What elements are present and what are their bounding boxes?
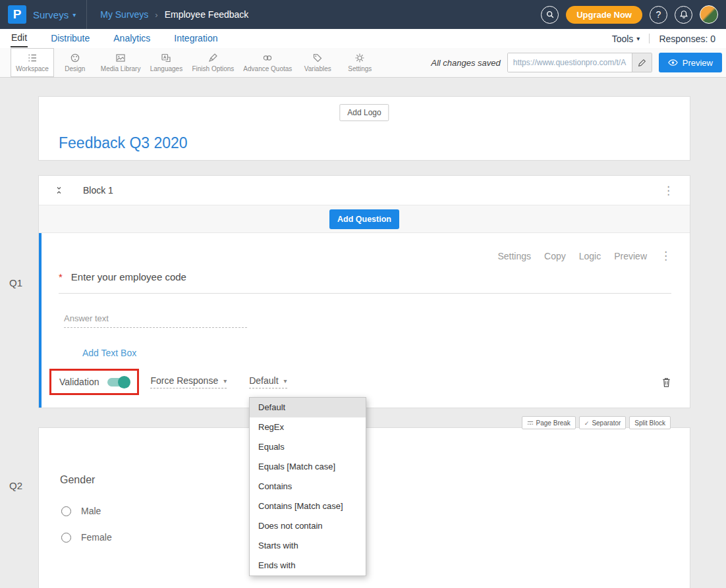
delete-question-button[interactable] bbox=[661, 377, 671, 388]
survey-header-card: Add Logo Feedback Q3 2020 bbox=[38, 96, 690, 161]
toolbar-item-advance-quotas[interactable]: Advance Quotas bbox=[238, 48, 296, 77]
validation-toggle[interactable] bbox=[107, 378, 129, 387]
question-menu-icon[interactable] bbox=[660, 250, 671, 261]
toolbar-item-media-library[interactable]: Media Library bbox=[96, 48, 146, 77]
page-break-label: Page Break bbox=[536, 419, 571, 427]
menu-item-equals[interactable]: Equals bbox=[250, 437, 366, 457]
block-title[interactable]: Block 1 bbox=[83, 185, 113, 196]
validation-type-dropdown[interactable]: Default bbox=[249, 375, 287, 388]
validation-label: Validation bbox=[59, 377, 99, 387]
topbar-divider bbox=[86, 0, 87, 29]
radio-button[interactable] bbox=[61, 506, 71, 516]
radio-button[interactable] bbox=[61, 533, 71, 543]
survey-title[interactable]: Feedback Q3 2020 bbox=[59, 134, 188, 152]
breadcrumb-current: Employee Feedback bbox=[165, 9, 249, 20]
nav-right: Tools Responses: 0 bbox=[612, 34, 715, 44]
nav-divider bbox=[649, 34, 650, 43]
save-status: All changes saved bbox=[431, 58, 501, 68]
add-question-button[interactable]: Add Question bbox=[329, 209, 399, 229]
menu-item-regex[interactable]: RegEx bbox=[250, 417, 366, 437]
editor-toolbar: Workspace Design Media Library Languages… bbox=[0, 48, 726, 78]
toolbar-item-label: Finish Options bbox=[192, 65, 234, 72]
split-block-button[interactable]: Split Block bbox=[629, 416, 671, 429]
question-copy-link[interactable]: Copy bbox=[544, 251, 566, 261]
add-logo-button[interactable]: Add Logo bbox=[339, 104, 389, 121]
menu-item-contains-match-case[interactable]: Contains [Match case] bbox=[250, 496, 366, 516]
help-button[interactable]: ? bbox=[650, 6, 667, 24]
tools-menu[interactable]: Tools bbox=[612, 34, 640, 44]
brush-icon bbox=[208, 53, 218, 63]
toolbar-item-languages[interactable]: Languages bbox=[145, 48, 187, 77]
question-preview-link[interactable]: Preview bbox=[614, 251, 647, 261]
menu-item-default[interactable]: Default bbox=[250, 398, 366, 417]
product-switcher[interactable]: Surveys bbox=[33, 9, 76, 20]
toolbar-item-label: Workspace bbox=[16, 65, 49, 72]
separator-button[interactable]: Separator bbox=[579, 416, 626, 429]
responses-count: Responses: 0 bbox=[659, 34, 715, 44]
user-avatar[interactable] bbox=[700, 5, 718, 24]
validation-type-menu: Default RegEx Equals Equals [Match case]… bbox=[249, 397, 366, 576]
preview-button[interactable]: Preview bbox=[659, 53, 722, 72]
force-response-label: Force Response bbox=[150, 375, 218, 386]
breadcrumb: My Surveys › Employee Feedback bbox=[100, 9, 248, 20]
question-number-q1: Q1 bbox=[9, 277, 22, 288]
question-settings-link[interactable]: Settings bbox=[497, 251, 531, 261]
image-icon bbox=[115, 53, 126, 63]
search-button[interactable] bbox=[541, 6, 559, 24]
question-text[interactable]: Gender bbox=[60, 474, 95, 486]
menu-item-contains[interactable]: Contains bbox=[250, 477, 366, 496]
toolbar-item-label: Languages bbox=[150, 65, 183, 72]
page-break-button[interactable]: Page Break bbox=[522, 416, 576, 429]
menu-item-ends-with[interactable]: Ends with bbox=[250, 556, 366, 575]
product-label: Surveys bbox=[33, 9, 69, 20]
notifications-button[interactable] bbox=[675, 6, 692, 24]
toolbar-item-label: Settings bbox=[348, 65, 372, 72]
radio-option-female: Female bbox=[61, 532, 112, 543]
radio-label[interactable]: Male bbox=[81, 506, 101, 516]
radio-label[interactable]: Female bbox=[81, 532, 112, 543]
tag-icon bbox=[312, 53, 323, 63]
question-text-row: * Enter your employee code bbox=[59, 271, 671, 294]
tab-distribute[interactable]: Distribute bbox=[50, 31, 90, 47]
tools-label: Tools bbox=[612, 34, 634, 44]
answer-text-field[interactable]: Answer text bbox=[64, 313, 247, 328]
question-card-q1[interactable]: Settings Copy Logic Preview * Enter your… bbox=[39, 233, 690, 408]
toolbar-item-label: Advance Quotas bbox=[243, 65, 292, 72]
menu-item-equals-match-case[interactable]: Equals [Match case] bbox=[250, 457, 366, 477]
translate-icon bbox=[161, 53, 171, 63]
survey-url-input[interactable] bbox=[508, 53, 632, 72]
breadcrumb-my-surveys[interactable]: My Surveys bbox=[100, 9, 148, 20]
link-icon bbox=[262, 53, 273, 63]
trash-icon bbox=[661, 377, 671, 388]
edit-url-button[interactable] bbox=[632, 53, 652, 72]
block-menu-icon[interactable] bbox=[663, 185, 674, 196]
toggle-knob bbox=[118, 376, 130, 388]
toolbar-item-design[interactable]: Design bbox=[54, 48, 96, 77]
editor-canvas: Q1 Q2 Add Logo Feedback Q3 2020 Block 1 … bbox=[0, 78, 726, 588]
block-card: Block 1 Add Question Settings Copy Logic… bbox=[38, 175, 690, 408]
question-logic-link[interactable]: Logic bbox=[579, 251, 601, 261]
collapse-block-icon[interactable] bbox=[55, 186, 63, 195]
question-text[interactable]: Enter your employee code bbox=[71, 271, 186, 282]
toolbar-item-workspace[interactable]: Workspace bbox=[11, 48, 54, 77]
toolbar-item-variables[interactable]: Variables bbox=[296, 48, 339, 77]
palette-icon bbox=[70, 53, 80, 63]
question-number-q2: Q2 bbox=[9, 480, 22, 491]
toolbar-item-finish-options[interactable]: Finish Options bbox=[187, 48, 238, 77]
force-response-dropdown[interactable]: Force Response bbox=[150, 375, 227, 388]
toolbar-item-settings[interactable]: Settings bbox=[339, 48, 381, 77]
upgrade-now-button[interactable]: Upgrade Now bbox=[566, 6, 642, 24]
menu-item-does-not-contain[interactable]: Does not contain bbox=[250, 516, 366, 536]
page-break-icon bbox=[527, 420, 534, 426]
main-nav: Edit Distribute Analytics Integration To… bbox=[0, 29, 726, 48]
add-text-box-link[interactable]: Add Text Box bbox=[82, 348, 136, 358]
tab-edit[interactable]: Edit bbox=[11, 30, 28, 47]
search-icon bbox=[545, 10, 555, 19]
tab-integration[interactable]: Integration bbox=[173, 31, 218, 47]
tab-analytics[interactable]: Analytics bbox=[113, 31, 151, 47]
menu-item-starts-with[interactable]: Starts with bbox=[250, 536, 366, 556]
question-actions: Settings Copy Logic Preview bbox=[497, 250, 671, 261]
questionpro-logo[interactable]: P bbox=[8, 5, 26, 24]
radio-option-male: Male bbox=[61, 506, 101, 516]
toolbar-item-label: Design bbox=[65, 65, 85, 72]
